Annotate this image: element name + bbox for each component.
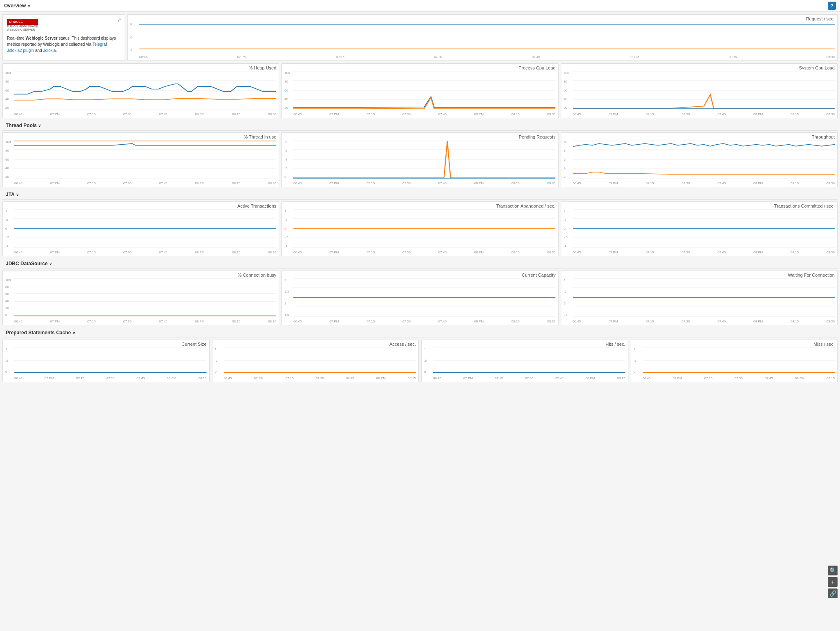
current-capacity-panel: Current Capacity 32.521.5 <box>281 271 558 325</box>
activetx-x-labels: 06:4507 PM07:1507:3007:4508 PM08:1508:30 <box>14 251 276 254</box>
info-panel: ⤢ ORACLE FUSION MIDDLEWAREWEBLOGIC SERVE… <box>2 14 125 61</box>
thread-pools-label: Thread Pools <box>6 123 37 128</box>
process-cpu-title: Process Cpu Load <box>284 65 555 70</box>
tx-committed-title: Transactions Committed / sec. <box>564 204 835 208</box>
cachesize-x-labels: 06:4507 PM07:1507:3007:4508 PM08:15 <box>14 376 207 380</box>
cachehits-chart-inner <box>433 347 626 374</box>
activetx-y-labels: 1.50-.5-1 <box>5 209 14 248</box>
top-bar: Overview ∨ ? <box>0 0 840 12</box>
thread-pools-header[interactable]: Thread Pools ∨ <box>2 121 838 131</box>
jta-label: JTA <box>6 192 14 197</box>
cachehits-x-labels: 06:4507 PM07:1507:3007:4508 PM08:15 <box>433 376 626 380</box>
dashboard: ⤢ ORACLE FUSION MIDDLEWAREWEBLOGIC SERVE… <box>0 12 840 387</box>
jdbc-header[interactable]: JDBC DataSource ∨ <box>2 259 838 269</box>
cache-miss-title: Miss / sec. <box>634 342 835 347</box>
thread-pools-row: % Thread in use 10080604020 <box>2 132 838 187</box>
scpu-y-labels: 10080604020 <box>564 71 573 110</box>
txaband-y-labels: 1.50-.5-1 <box>284 209 293 248</box>
help-button[interactable]: ? <box>828 2 836 10</box>
currcap-x-labels: 06:4507 PM07:1507:3007:4508 PM08:1508:30 <box>293 320 555 323</box>
txcommit-chart-inner <box>573 209 835 248</box>
txaband-x-labels: 06:4507 PM07:1507:3007:4508 PM08:1508:30 <box>293 251 555 254</box>
pending-requests-title: Pending Requests <box>284 134 555 139</box>
prepared-cache-header[interactable]: Prepared Statements Cache ∨ <box>2 328 838 338</box>
cache-hits-title: Hits / sec. <box>424 342 626 347</box>
thread-use-panel: % Thread in use 10080604020 <box>2 132 279 187</box>
throughput-title: Throughput <box>564 134 835 139</box>
txaband-chart-inner <box>293 209 555 248</box>
request-x-labels: 06:4507 PM07:1507:3007:4508 PM08:1508:30 <box>139 55 835 59</box>
pending-requests-panel: Pending Requests .8.6.4.20 <box>281 132 558 187</box>
cacheaccess-chart-inner <box>224 347 416 374</box>
request-sec-panel: Request / sec. 8 6 4 <box>127 14 838 61</box>
connbusy-x-labels: 06:4507 PM07:1507:3007:4508 PM08:1508:30 <box>14 320 276 323</box>
txcommit-x-labels: 06:4507 PM07:1507:3007:4508 PM08:1508:30 <box>573 251 835 254</box>
activetx-chart-inner <box>14 209 276 248</box>
process-cpu-panel: Process Cpu Load 10080604020 <box>281 63 558 118</box>
heap-used-title: % Heap Used <box>5 65 276 70</box>
jolokia-link[interactable]: Jolokia <box>43 48 56 53</box>
currcap-chart-inner <box>293 278 555 317</box>
jta-header[interactable]: JTA ∨ <box>2 190 838 200</box>
connbusy-y-labels: 100806040200 <box>5 278 14 317</box>
tx-abandoned-panel: Transaction Abandoned / sec. 1.50-.5-1 <box>281 201 558 256</box>
heap-used-panel: % Heap Used 10080604020 <box>2 63 279 118</box>
throughput-x-labels: 06:4507 PM07:1507:3007:4508 PM08:1508:30 <box>573 181 835 185</box>
request-y-labels: 8 6 4 <box>130 22 139 52</box>
top-bar-left: Overview ∨ <box>4 3 31 9</box>
oracle-logo-box: ORACLE <box>7 19 38 25</box>
cache-miss-panel: Miss / sec. 1.50 06:4507 PM07:1507:3007:… <box>631 340 838 382</box>
current-capacity-title: Current Capacity <box>284 273 555 277</box>
waiting-conn-title: Waiting For Connection <box>564 273 835 277</box>
throughput-y-labels: 108642 <box>564 140 573 179</box>
expand-icon[interactable]: ⤢ <box>117 17 121 23</box>
connbusy-chart-inner <box>14 278 276 317</box>
active-tx-title: Active Transactions <box>5 204 276 208</box>
pcpu-y-labels: 10080604020 <box>284 71 293 110</box>
top-row: ⤢ ORACLE FUSION MIDDLEWAREWEBLOGIC SERVE… <box>2 14 838 61</box>
cache-hits-panel: Hits / sec. 1.50 06:4507 PM07:1507:3007:… <box>421 340 628 382</box>
thread-use-title: % Thread in use <box>5 134 276 139</box>
cachesize-y-labels: 1.50 <box>5 347 14 374</box>
cache-access-title: Access / sec. <box>215 342 416 347</box>
heap-y-labels: 10080604020 <box>5 71 14 110</box>
jdbc-chevron: ∨ <box>49 262 52 266</box>
request-chart-inner <box>139 22 835 52</box>
pending-y-labels: .8.6.4.20 <box>284 140 293 179</box>
oracle-logo: ORACLE FUSION MIDDLEWAREWEBLOGIC SERVER <box>7 19 121 32</box>
system-cpu-panel: System Cpu Load 10080604020 <box>561 63 838 118</box>
jta-chevron: ∨ <box>16 192 19 197</box>
scpu-chart-inner <box>573 71 835 110</box>
prepared-cache-row: Current Size 1.50 06:4507 PM07:1507:3007… <box>2 340 838 382</box>
chevron-icon: ∨ <box>27 3 31 9</box>
scpu-x-labels: 06:4507 PM07:1507:3007:4508 PM08:1508:30 <box>573 112 835 116</box>
cache-size-title: Current Size <box>5 342 207 347</box>
oracle-sub: FUSION MIDDLEWAREWEBLOGIC SERVER <box>7 25 38 32</box>
jdbc-label: JDBC DataSource <box>6 261 48 266</box>
server-metrics-row: % Heap Used 10080604020 <box>2 63 838 118</box>
pending-chart-inner <box>293 140 555 179</box>
throughput-chart-inner <box>573 140 835 179</box>
tx-committed-panel: Transactions Committed / sec. 1.50-.5-1 <box>561 201 838 256</box>
heap-x-labels: 06:4507 PM07:1507:3007:4508 PM08:1508:30 <box>14 112 276 116</box>
system-cpu-title: System Cpu Load <box>564 65 835 70</box>
tx-abandoned-title: Transaction Abandoned / sec. <box>284 204 555 208</box>
thread-x-labels: 06:4507 PM07:1507:3007:4508 PM08:1508:30 <box>14 181 276 185</box>
overview-button[interactable]: Overview <box>4 3 26 9</box>
cachehits-y-labels: 1.50 <box>424 347 433 374</box>
pending-x-labels: 06:4507 PM07:1507:3007:4508 PM08:1508:30 <box>293 181 555 185</box>
cacheaccess-y-labels: 1.50 <box>215 347 224 374</box>
waitconn-x-labels: 06:4507 PM07:1507:3007:4508 PM08:1508:30 <box>573 320 835 323</box>
jta-row: Active Transactions 1.50-.5-1 <box>2 201 838 256</box>
active-tx-panel: Active Transactions 1.50-.5-1 <box>2 201 279 256</box>
prepared-cache-label: Prepared Statements Cache <box>6 330 71 336</box>
telegraf-link[interactable]: Telegraf Jolokia2 plugin <box>7 42 107 53</box>
waitconn-chart-inner <box>573 278 835 317</box>
thread-pools-chevron: ∨ <box>38 123 41 128</box>
waitconn-y-labels: 1.50-.5 <box>564 278 573 317</box>
cachemiss-chart-inner <box>643 347 835 374</box>
thread-chart-inner <box>14 140 276 179</box>
cacheaccess-x-labels: 06:4507 PM07:1507:3007:4508 PM08:15 <box>224 376 416 380</box>
conn-busy-panel: % Connection busy 100806040200 <box>2 271 279 325</box>
cachemiss-y-labels: 1.50 <box>634 347 643 374</box>
